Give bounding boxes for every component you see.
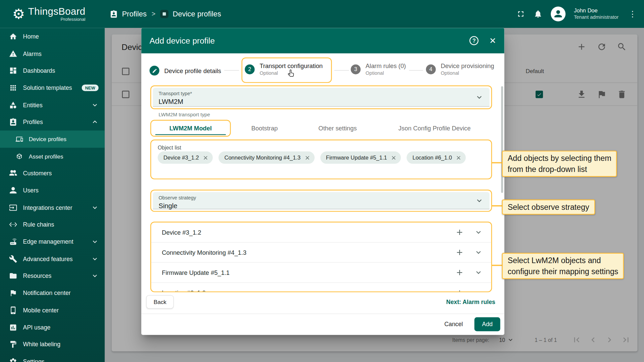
add-mapping-icon[interactable] (455, 248, 464, 257)
chip-connectivity-monitoring[interactable]: Connectivity Monitoring #4_1.3 (219, 152, 315, 164)
home-icon (9, 33, 17, 41)
sidebar-item-api-usage[interactable]: API usage (0, 319, 105, 336)
step-device-provisioning[interactable]: 4 Device provisioning Optional (426, 62, 494, 76)
chip-device[interactable]: Device #3_1.2 (158, 152, 213, 164)
tab-bootstrap[interactable]: Bootstrap (240, 120, 289, 137)
sidebar-item-entities[interactable]: Entities (0, 96, 105, 113)
edge-management-icon (9, 238, 17, 246)
step-transport-configuration[interactable]: 2 Transport configuration Optional (245, 62, 323, 76)
tab-json-config-profile-device[interactable]: Json Config Profile Device (389, 120, 480, 137)
solution-templates-icon (9, 84, 17, 92)
sidebar-item-users[interactable]: Users (0, 182, 105, 199)
step1-circle (150, 66, 159, 75)
add-button[interactable]: Add (474, 317, 500, 331)
sidebar-item-solution-templates[interactable]: Solution templates NEW (0, 79, 105, 96)
callout-select-objects: Select LwM2M objects and configure their… (502, 253, 624, 279)
sidebar-item-alarms[interactable]: Alarms (0, 45, 105, 62)
step-device-profile-details[interactable]: Device profile details (150, 66, 221, 75)
chip-firmware-update[interactable]: Firmware Update #5_1.1 (320, 152, 401, 164)
chip-location[interactable]: Location #6_1.0 (407, 152, 466, 164)
sidebar-item-edge-management[interactable]: Edge management (0, 233, 105, 250)
sidebar-item-mobile-center[interactable]: Mobile center (0, 302, 105, 319)
accordion-row-location[interactable]: Location #6_1.0 (151, 283, 491, 292)
sidebar-item-customers[interactable]: Customers (0, 165, 105, 182)
sidebar-item-white-labeling[interactable]: White labeling (0, 336, 105, 353)
sidebar-item-integrations-center[interactable]: Integrations center (0, 199, 105, 216)
tab-lwm2m-model[interactable]: LWM2M Model (150, 120, 231, 137)
brand-subtitle: Professional (60, 17, 85, 22)
next-alarm-rules-button[interactable]: Next: Alarm rules (446, 295, 495, 308)
user-avatar[interactable] (551, 7, 566, 21)
help-icon[interactable]: ? (470, 36, 479, 45)
breadcrumb-profiles[interactable]: Profiles (110, 10, 147, 18)
dropdown-caret-icon[interactable] (475, 93, 484, 102)
dropdown-caret-icon[interactable] (475, 196, 484, 205)
close-icon[interactable]: ✕ (489, 37, 496, 45)
step-alarm-rules[interactable]: 3 Alarm rules (0) Optional (351, 62, 406, 76)
chip-remove-icon[interactable] (455, 155, 462, 161)
sidebar-item-resources[interactable]: Resources (0, 267, 105, 285)
chip-remove-icon[interactable] (304, 155, 310, 161)
sidebar-item-notification-center[interactable]: Notification center (0, 285, 105, 302)
breadcrumb-device-profiles[interactable]: Device profiles (160, 10, 221, 18)
add-mapping-icon[interactable] (455, 228, 464, 237)
more-menu-icon[interactable]: ⋮ (627, 9, 638, 19)
users-icon (9, 186, 17, 194)
callout-connector (492, 205, 503, 206)
sidebar-item-rule-chains[interactable]: Rule chains (0, 216, 105, 233)
add-mapping-icon[interactable] (455, 288, 464, 292)
notifications-bell-icon[interactable] (534, 9, 543, 18)
sidebar-item-device-profiles[interactable]: Device profiles (0, 131, 105, 148)
back-button[interactable]: Back (146, 295, 174, 308)
alarms-warning-icon (9, 50, 17, 58)
notification-center-icon (9, 289, 17, 297)
new-badge: NEW (82, 84, 99, 91)
avatar-person-icon (554, 9, 563, 18)
sidebar-item-dashboards[interactable]: Dashboards (0, 62, 105, 79)
chevron-up-icon (91, 118, 99, 126)
callout-connector (492, 265, 503, 266)
brand-title: ThingsBoard (28, 6, 86, 17)
expand-chevron-icon[interactable] (474, 268, 483, 277)
step3-circle: 3 (351, 64, 361, 74)
callout-observe-strategy: Select observe strategy (502, 199, 595, 215)
sidebar-item-advanced-features[interactable]: Advanced features (0, 250, 105, 267)
cancel-button[interactable]: Cancel (444, 321, 463, 328)
chip-remove-icon[interactable] (203, 155, 209, 161)
chevron-down-icon (91, 203, 99, 212)
sidebar-item-home[interactable]: Home (0, 28, 105, 45)
edit-pencil-icon (152, 68, 157, 73)
chevron-down-icon (91, 238, 99, 246)
sidebar-item-settings[interactable]: Settings (0, 353, 105, 362)
add-device-profile-dialog: Add device profile ? ✕ Device profile de… (141, 28, 504, 335)
advanced-features-icon (9, 255, 17, 263)
callout-add-objects: Add objects by selecting them from the d… (502, 150, 617, 177)
user-role: Tenant administrator (574, 14, 619, 21)
observe-strategy-highlight-box: Observe strategy Single (150, 190, 492, 212)
tab-other-settings[interactable]: Other settings (309, 120, 366, 137)
chip-remove-icon[interactable] (391, 155, 397, 161)
expand-chevron-icon[interactable] (474, 288, 483, 292)
dialog-header: Add device profile ? ✕ (141, 28, 504, 53)
transport-type-field[interactable]: Transport type* LWM2M (153, 88, 490, 107)
device-profiles-icon (16, 135, 23, 143)
sidebar-item-profiles[interactable]: Profiles (0, 113, 105, 130)
expand-chevron-icon[interactable] (474, 248, 483, 257)
sidebar-item-asset-profiles[interactable]: Asset profiles (0, 148, 105, 165)
observe-strategy-field[interactable]: Observe strategy Single (153, 192, 490, 209)
expand-chevron-icon[interactable] (474, 228, 483, 237)
object-list-field[interactable]: Object list Device #3_1.2 Connectivity M… (151, 140, 491, 179)
transport-type-hint: LWM2M transport type (159, 112, 210, 117)
accordion-row-connectivity-monitoring[interactable]: Connectivity Monitoring #4_1.3 (151, 243, 491, 263)
dialog-scrollbar[interactable] (501, 86, 503, 193)
accordion-row-firmware-update[interactable]: Firmware Update #5_1.1 (151, 263, 491, 283)
mobile-center-icon (9, 306, 17, 314)
fullscreen-icon[interactable] (517, 9, 526, 18)
asset-profiles-icon (16, 153, 23, 160)
object-list-label: Object list (158, 144, 181, 150)
device-profile-icon (160, 10, 168, 18)
dialog-footer-divider (141, 314, 504, 314)
dashboards-icon (9, 67, 17, 75)
add-mapping-icon[interactable] (455, 268, 464, 277)
accordion-row-device[interactable]: Device #3_1.2 (151, 223, 491, 243)
